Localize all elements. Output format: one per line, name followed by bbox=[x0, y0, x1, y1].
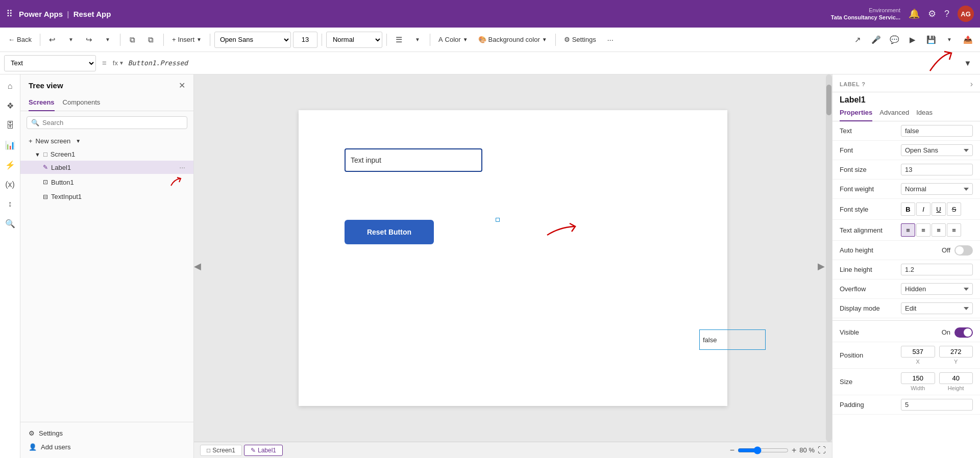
publish-button[interactable]: 📤 bbox=[960, 32, 976, 48]
zoom-out-button[interactable]: − bbox=[730, 446, 734, 455]
insert-button[interactable]: + Insert ▼ bbox=[168, 31, 206, 48]
display-mode-prop-select[interactable]: Edit bbox=[901, 302, 973, 314]
tree-item-label1[interactable]: ✎ Label1 ··· bbox=[20, 161, 193, 174]
visible-toggle[interactable] bbox=[954, 327, 973, 338]
tree-item-button1[interactable]: ⊡ Button1 bbox=[20, 174, 193, 190]
right-panel-collapse-button[interactable]: › bbox=[970, 80, 973, 89]
reset-button-control[interactable]: Reset Button bbox=[345, 220, 434, 244]
paste-button[interactable]: ⧉ bbox=[143, 32, 159, 48]
canvas-scrollbar-v[interactable] bbox=[826, 74, 832, 442]
strikethrough-button[interactable]: S bbox=[947, 202, 961, 216]
settings-button[interactable]: ⚙ Settings bbox=[560, 31, 600, 48]
formula-input[interactable] bbox=[128, 59, 919, 67]
connections-icon[interactable]: ⚡ bbox=[2, 157, 18, 173]
line-height-prop-label: Line height bbox=[840, 266, 901, 273]
canvas-scroll-right[interactable]: ▶ bbox=[818, 261, 825, 272]
font-prop-select[interactable]: Open Sans bbox=[901, 144, 973, 156]
avatar[interactable]: AG bbox=[958, 6, 974, 22]
right-tab-properties[interactable]: Properties bbox=[840, 105, 872, 121]
overflow-prop-select[interactable]: Hidden bbox=[901, 283, 973, 295]
padding-prop-input[interactable] bbox=[901, 399, 973, 411]
size-height-input[interactable] bbox=[939, 372, 973, 384]
tree-search-bar[interactable]: 🔍 bbox=[27, 116, 187, 129]
save-button[interactable]: 💾 bbox=[923, 32, 939, 48]
tree-item-screen1[interactable]: ▼ □ Screen1 bbox=[20, 148, 193, 161]
canvas-area: ◀ ▶ Text input Reset Button false bbox=[194, 74, 832, 458]
variables-icon[interactable]: (x) bbox=[2, 177, 18, 192]
right-tab-ideas[interactable]: Ideas bbox=[916, 105, 933, 121]
expand-icon[interactable]: ⛶ bbox=[818, 446, 826, 455]
align-icon-button[interactable]: ☰ bbox=[391, 32, 407, 48]
position-y-input[interactable] bbox=[939, 346, 973, 358]
label1-more-icon[interactable]: ··· bbox=[179, 163, 185, 171]
toolbar-right-actions: ↗ 🎤 💬 ▶ 💾 ▼ 📤 bbox=[849, 32, 976, 48]
tree-close-button[interactable]: ✕ bbox=[179, 81, 185, 90]
copy-button[interactable]: ⧉ bbox=[125, 32, 141, 48]
redo-dropdown-button[interactable]: ▼ bbox=[100, 32, 116, 48]
auto-height-toggle[interactable] bbox=[954, 245, 973, 256]
align-center-button[interactable]: ≡ bbox=[916, 223, 930, 237]
property-selector[interactable]: Text bbox=[4, 55, 96, 71]
bg-color-icon: 🎨 bbox=[478, 36, 486, 43]
underline-button[interactable]: U bbox=[932, 202, 946, 216]
bell-icon[interactable]: 🔔 bbox=[909, 8, 920, 19]
search-input[interactable] bbox=[42, 119, 183, 126]
play-button[interactable]: ▶ bbox=[904, 32, 921, 48]
canvas-tab-label1[interactable]: ✎ Label1 bbox=[244, 445, 283, 456]
apps-grid-icon[interactable]: ⠿ bbox=[6, 8, 13, 19]
align-dropdown-button[interactable]: ▼ bbox=[409, 32, 426, 48]
comment-button[interactable]: 💬 bbox=[886, 32, 902, 48]
formula-bar-expand-button[interactable]: ▼ bbox=[960, 55, 976, 71]
help-icon[interactable]: ? bbox=[944, 9, 949, 19]
more-button[interactable]: ··· bbox=[602, 32, 619, 48]
tree-item-textinput1[interactable]: ⊟ TextInput1 bbox=[20, 190, 193, 203]
font-size-prop-input[interactable] bbox=[901, 164, 973, 175]
handle-br[interactable] bbox=[496, 218, 500, 222]
tree-tab-components[interactable]: Components bbox=[63, 94, 101, 111]
canvas-tab-screen1[interactable]: □ Screen1 bbox=[200, 445, 242, 456]
font-size-input[interactable] bbox=[293, 32, 317, 48]
environment-info: Environment Tata Consultancy Servic... bbox=[831, 7, 900, 21]
text-input-control[interactable]: Text input bbox=[345, 148, 482, 172]
align-left-button[interactable]: ≡ bbox=[901, 223, 915, 237]
position-x-input[interactable] bbox=[901, 346, 935, 358]
right-tab-advanced[interactable]: Advanced bbox=[879, 105, 909, 121]
font-selector[interactable]: Open Sans bbox=[214, 32, 291, 48]
background-color-button[interactable]: 🎨 Background color ▼ bbox=[474, 31, 551, 48]
new-screen-dropdown-icon: ▼ bbox=[76, 138, 81, 144]
color-button[interactable]: A Color ▼ bbox=[434, 31, 472, 48]
canvas-scroll-left[interactable]: ◀ bbox=[194, 261, 201, 272]
flows-icon[interactable]: ↕ bbox=[5, 196, 15, 212]
font-weight-selector[interactable]: Normal bbox=[326, 32, 382, 48]
align-justify-button[interactable]: ≡ bbox=[947, 223, 961, 237]
redo-button[interactable]: ↪ bbox=[81, 32, 97, 48]
undo-dropdown-button[interactable]: ▼ bbox=[63, 32, 79, 48]
line-height-prop-input[interactable] bbox=[901, 264, 973, 275]
home-icon[interactable]: ⌂ bbox=[5, 79, 16, 94]
italic-button[interactable]: I bbox=[916, 202, 930, 216]
back-button[interactable]: ← Back bbox=[4, 31, 36, 48]
save-dropdown-button[interactable]: ▼ bbox=[941, 32, 958, 48]
align-right-button[interactable]: ≡ bbox=[932, 223, 946, 237]
font-weight-prop-select[interactable]: Normal bbox=[901, 183, 973, 195]
size-width-input[interactable] bbox=[901, 372, 935, 384]
components-icon[interactable]: ❖ bbox=[4, 98, 17, 114]
text-value-input[interactable] bbox=[901, 125, 973, 137]
display-mode-prop-label: Display mode bbox=[840, 304, 901, 312]
zoom-slider[interactable] bbox=[738, 446, 789, 454]
fx-label[interactable]: fx ▼ bbox=[113, 59, 124, 67]
right-panel-help-icon[interactable]: ? bbox=[862, 81, 865, 87]
new-screen-button[interactable]: + New screen ▼ bbox=[20, 134, 193, 148]
settings-icon[interactable]: ⚙ bbox=[928, 8, 936, 19]
charts-icon[interactable]: 📊 bbox=[2, 137, 18, 153]
mic-button[interactable]: 🎤 bbox=[868, 32, 884, 48]
share-button[interactable]: ↗ bbox=[849, 32, 866, 48]
bold-button[interactable]: B bbox=[901, 202, 915, 216]
tree-add-users-item[interactable]: 👤 Add users bbox=[20, 440, 193, 454]
tree-settings-item[interactable]: ⚙ Settings bbox=[20, 426, 193, 440]
zoom-in-button[interactable]: + bbox=[792, 446, 796, 455]
tree-tab-screens[interactable]: Screens bbox=[29, 94, 55, 111]
data-icon[interactable]: 🗄 bbox=[3, 118, 17, 133]
undo-button[interactable]: ↩ bbox=[44, 32, 61, 48]
search-nav-icon[interactable]: 🔍 bbox=[2, 216, 18, 232]
